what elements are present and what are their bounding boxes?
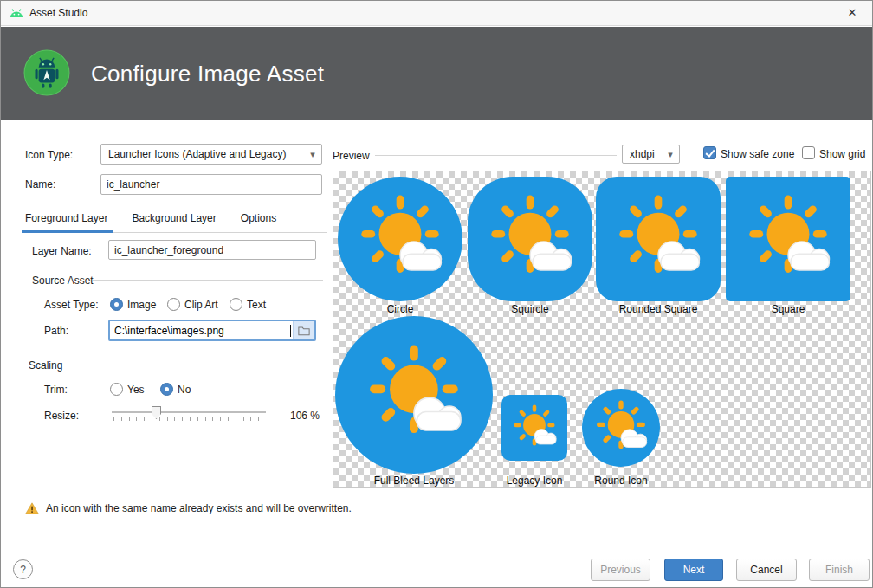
preview-icon-round	[582, 389, 660, 467]
asset-type-image-label[interactable]: Image	[127, 299, 156, 311]
warning-text: An icon with the same name already exist…	[46, 502, 352, 514]
preview-icon-squircle	[468, 177, 592, 301]
icon-type-dropdown[interactable]: Launcher Icons (Adaptive and Legacy) ▾	[100, 144, 322, 165]
tab-background-layer[interactable]: Background Layer	[128, 207, 226, 232]
density-value: xhdpi	[623, 148, 662, 160]
layer-name-input[interactable]	[108, 240, 316, 260]
next-button[interactable]: Next	[664, 559, 723, 581]
browse-folder-button[interactable]	[293, 321, 314, 339]
cancel-button[interactable]: Cancel	[736, 559, 797, 581]
trim-yes-label[interactable]: Yes	[127, 384, 145, 396]
name-input[interactable]	[100, 174, 322, 195]
chevron-down-icon: ▾	[662, 149, 679, 160]
window-title: Asset Studio	[29, 7, 87, 19]
asset-studio-dialog: Asset Studio ✕ Configure Image Asset	[0, 0, 873, 588]
preview-label-circle: Circle	[387, 303, 414, 315]
tab-foreground-layer[interactable]: Foreground Layer	[22, 207, 118, 232]
trim-no-label[interactable]: No	[178, 384, 191, 396]
preview-label-full-bleed: Full Bleed Layers	[374, 475, 455, 487]
asset-type-radio-text[interactable]	[230, 298, 242, 311]
path-field[interactable]	[108, 320, 316, 341]
asset-type-radio-clipart[interactable]	[167, 298, 180, 311]
resize-slider[interactable]	[112, 406, 266, 423]
source-asset-group-label: Source Asset	[32, 275, 94, 287]
warning-icon	[25, 502, 39, 514]
show-grid-checkbox[interactable]	[802, 146, 815, 159]
source-asset-divider	[93, 280, 323, 281]
preview-label-squircle: Squircle	[511, 303, 548, 315]
header-banner: Configure Image Asset	[1, 27, 872, 120]
preview-label-rounded-square: Rounded Square	[619, 303, 698, 315]
preview-label: Preview	[333, 150, 370, 162]
dialog-title: Configure Image Asset	[91, 61, 324, 87]
layer-name-label: Layer Name:	[32, 245, 92, 257]
warning-row: An icon with the same name already exist…	[25, 502, 352, 514]
scaling-divider	[70, 365, 323, 365]
tab-options[interactable]: Options	[237, 207, 287, 232]
help-button[interactable]: ?	[13, 559, 33, 579]
show-grid-label[interactable]: Show grid	[819, 148, 865, 160]
show-safe-zone-checkbox[interactable]	[703, 146, 716, 159]
android-studio-logo-icon	[23, 49, 70, 99]
trim-radio-no[interactable]	[160, 383, 173, 396]
asset-type-radio-image[interactable]	[110, 298, 123, 311]
resize-value: 106 %	[290, 410, 320, 422]
resize-label: Resize:	[44, 410, 79, 422]
title-bar: Asset Studio ✕	[1, 1, 872, 26]
path-input[interactable]	[110, 325, 290, 337]
layer-tabs: Foreground Layer Background Layer Option…	[22, 207, 327, 233]
footer-bar: ? Previous Next Cancel Finish	[1, 552, 872, 587]
slider-ticks	[113, 417, 266, 421]
preview-board: Circle Squircle Rounded Square Square Fu…	[333, 171, 871, 488]
slider-track	[112, 411, 266, 413]
preview-icon-legacy	[501, 395, 567, 461]
show-safe-zone-label[interactable]: Show safe zone	[721, 148, 794, 160]
finish-button[interactable]: Finish	[809, 559, 870, 581]
preview-icon-full-bleed	[335, 316, 493, 474]
preview-icon-rounded-square	[596, 177, 721, 301]
density-dropdown[interactable]: xhdpi ▾	[622, 145, 680, 164]
preview-icon-circle	[338, 177, 462, 301]
icon-type-value: Launcher Icons (Adaptive and Legacy)	[101, 148, 304, 160]
android-icon	[10, 8, 23, 18]
preview-label-legacy: Legacy Icon	[507, 475, 563, 487]
asset-type-label: Asset Type:	[44, 299, 98, 311]
preview-label-round: Round Icon	[594, 475, 647, 487]
preview-divider	[375, 155, 617, 156]
scaling-group-label: Scaling	[29, 359, 62, 372]
trim-radio-yes[interactable]	[110, 383, 123, 396]
preview-icon-square	[726, 177, 850, 301]
preview-label-square: Square	[772, 303, 805, 315]
name-label: Name:	[25, 178, 55, 191]
asset-type-text-label[interactable]: Text	[247, 299, 266, 311]
asset-type-clipart-label[interactable]: Clip Art	[184, 299, 218, 311]
chevron-down-icon: ▾	[304, 149, 321, 160]
close-icon[interactable]: ✕	[844, 6, 860, 19]
previous-button[interactable]: Previous	[591, 559, 650, 581]
icon-type-label: Icon Type:	[25, 149, 73, 161]
folder-icon	[298, 326, 310, 336]
path-label: Path:	[44, 325, 68, 337]
trim-label: Trim:	[44, 384, 68, 396]
text-caret	[290, 325, 291, 337]
